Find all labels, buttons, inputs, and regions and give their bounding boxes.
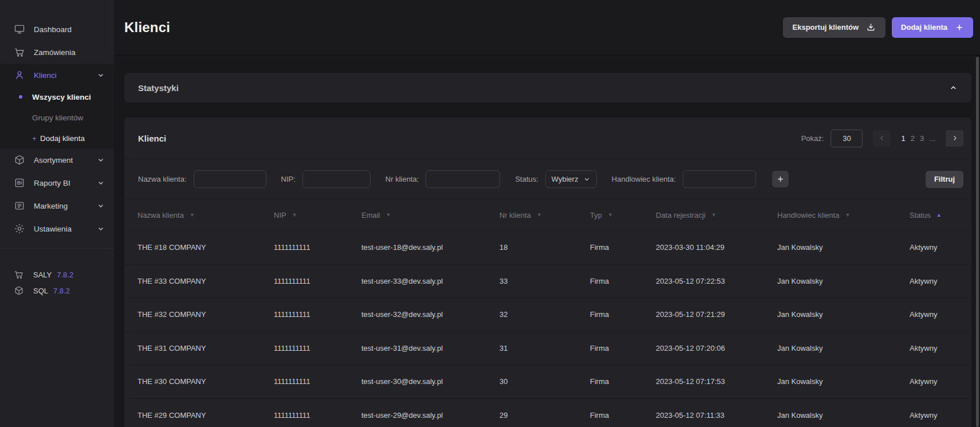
cell-type: Firma	[590, 277, 656, 285]
sidebar-subitem-dodaj-klienta[interactable]: + Dodaj klienta	[0, 128, 114, 148]
page-header: Klienci Eksportuj klientów Dodaj klienta	[114, 0, 980, 56]
filter-client-number-label: Nr klienta:	[385, 175, 419, 183]
chevron-down-icon	[97, 225, 105, 233]
table-row[interactable]: THE #31 COMPANY 1111111111 test-user-31@…	[124, 331, 971, 365]
page-number-2[interactable]: 2	[911, 134, 915, 143]
news-icon	[14, 200, 25, 211]
download-icon	[866, 22, 876, 32]
sidebar-subitem-grupy-klientow[interactable]: Grupy klientów	[0, 107, 114, 128]
version-saly: SALY 7.8.2	[0, 267, 114, 283]
page-number-3[interactable]: 3	[920, 134, 924, 143]
cell-name: THE #33 COMPANY	[137, 277, 274, 285]
plus-icon: +	[32, 134, 37, 143]
cell-email: test-user-29@dev.saly.pl	[361, 411, 499, 420]
box-icon	[14, 154, 25, 166]
export-clients-button[interactable]: Eksportuj klientów	[783, 17, 886, 38]
cell-status: Aktywny	[910, 344, 963, 352]
page-size-input[interactable]	[831, 130, 863, 147]
filter-sales-rep-label: Handlowiec klienta:	[612, 175, 676, 183]
cell-sales-rep: Jan Kowalsky	[777, 310, 910, 319]
column-header-email[interactable]: Email▼	[361, 211, 499, 220]
column-header-client-number[interactable]: Nr klienta▼	[499, 211, 590, 220]
filter-nip-input[interactable]	[302, 170, 371, 188]
cell-email: test-user-31@dev.saly.pl	[361, 344, 499, 352]
cell-nip: 1111111111	[274, 243, 361, 252]
column-header-type[interactable]: Typ▼	[590, 211, 656, 220]
clients-panel-header: Klienci Pokaż: 1 2 3 ...	[124, 117, 971, 159]
cell-status: Aktywny	[910, 243, 963, 252]
cell-sales-rep: Jan Kowalsky	[777, 277, 910, 285]
clients-panel-title: Klienci	[138, 134, 166, 143]
sidebar-item-dashboard[interactable]: Dashboard	[0, 18, 114, 41]
version-number[interactable]: 7.8.2	[53, 287, 70, 295]
filter-nip-label: NIP:	[281, 175, 296, 183]
cell-sales-rep: Jan Kowalsky	[777, 411, 910, 420]
cell-name: THE #30 COMPANY	[137, 377, 274, 386]
chevron-down-icon	[97, 202, 105, 210]
cell-type: Firma	[590, 310, 656, 319]
collapse-statistics-button[interactable]	[949, 84, 958, 92]
sidebar-item-asortyment[interactable]: Asortyment	[0, 148, 114, 171]
sidebar-item-marketing[interactable]: Marketing	[0, 194, 114, 217]
table-row[interactable]: THE #29 COMPANY 1111111111 test-user-29@…	[124, 398, 971, 427]
page-number-ellipsis: ...	[929, 134, 935, 143]
cell-email: test-user-32@dev.saly.pl	[361, 310, 499, 319]
cell-nip: 1111111111	[274, 344, 361, 352]
sidebar-item-label: Klienci	[34, 71, 57, 80]
cell-client-number: 32	[499, 310, 590, 319]
add-client-label: Dodaj klienta	[901, 23, 947, 32]
table-row[interactable]: THE #33 COMPANY 1111111111 test-user-33@…	[124, 264, 971, 298]
cell-client-number: 18	[499, 243, 590, 252]
add-client-button[interactable]: Dodaj klienta	[892, 17, 973, 38]
cell-name: THE #32 COMPANY	[137, 310, 274, 319]
cell-type: Firma	[590, 411, 656, 420]
sidebar-item-label: Marketing	[34, 202, 68, 210]
page-number-1[interactable]: 1	[901, 134, 905, 143]
filter-sales-rep-input[interactable]	[683, 170, 756, 188]
version-number[interactable]: 7.8.2	[57, 271, 73, 279]
column-header-sales-rep[interactable]: Handlowiec klienta▼	[777, 211, 910, 220]
sidebar-item-label: Ustawienia	[34, 225, 72, 233]
vertical-scrollbar[interactable]	[976, 57, 979, 427]
sort-desc-icon: ▼	[608, 212, 613, 218]
cell-registration-date: 2023-03-30 11:04:29	[656, 243, 777, 252]
table-row[interactable]: THE #18 COMPANY 1111111111 test-user-18@…	[124, 230, 971, 264]
chevron-right-icon	[951, 134, 959, 142]
filter-name-input[interactable]	[194, 170, 266, 188]
cell-registration-date: 2023-05-12 07:11:33	[656, 411, 777, 420]
sidebar-item-label: Raporty BI	[34, 179, 70, 187]
sidebar-divider	[0, 248, 114, 249]
filter-client-number-input[interactable]	[426, 170, 500, 188]
cell-registration-date: 2023-05-12 07:21:29	[656, 310, 777, 319]
filter-status-select[interactable]: Wybierz	[545, 170, 597, 188]
page-size-label: Pokaż:	[801, 134, 824, 143]
cell-client-number: 31	[499, 344, 590, 352]
apply-filter-button[interactable]: Filtruj	[926, 171, 963, 188]
add-filter-button[interactable]	[772, 171, 789, 187]
sort-desc-icon: ▼	[292, 212, 297, 218]
column-header-nip[interactable]: NIP▼	[274, 211, 361, 220]
cell-email: test-user-30@dev.saly.pl	[361, 377, 499, 386]
next-page-button[interactable]	[946, 130, 963, 147]
previous-page-button[interactable]	[873, 130, 891, 147]
table-row[interactable]: THE #30 COMPANY 1111111111 test-user-30@…	[124, 365, 971, 398]
sidebar-subitem-wszyscy-klienci[interactable]: Wszyscy klienci	[0, 87, 114, 107]
cell-nip: 1111111111	[274, 310, 361, 319]
sidebar-item-klienci[interactable]: Klienci	[0, 64, 114, 87]
column-header-name[interactable]: Nazwa klienta▼	[137, 211, 274, 220]
sort-desc-icon: ▼	[386, 212, 391, 218]
sidebar-item-ustawienia[interactable]: Ustawienia	[0, 217, 114, 240]
cell-type: Firma	[590, 344, 656, 352]
version-sql: SQL 7.8.2	[0, 283, 114, 299]
cell-type: Firma	[590, 377, 656, 386]
cell-type: Firma	[590, 243, 656, 252]
table-row[interactable]: THE #32 COMPANY 1111111111 test-user-32@…	[124, 297, 971, 331]
column-header-status[interactable]: Status▲	[910, 211, 963, 220]
cell-sales-rep: Jan Kowalsky	[777, 377, 910, 386]
statistics-panel-title: Statystyki	[138, 83, 179, 93]
sidebar-item-raporty-bi[interactable]: Bi Raporty BI	[0, 171, 114, 194]
chevron-down-icon	[97, 71, 105, 79]
sidebar-item-zamowienia[interactable]: Zamówienia	[0, 41, 114, 64]
column-header-registration-date[interactable]: Data rejestracji▼	[656, 211, 777, 220]
filter-status-label: Status:	[515, 175, 538, 183]
